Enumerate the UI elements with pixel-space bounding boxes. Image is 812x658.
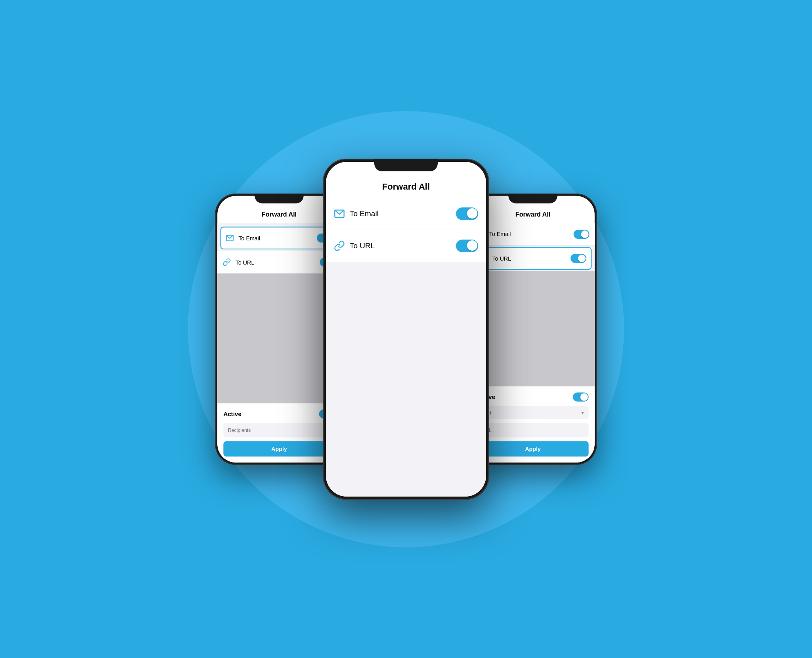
left-recipients-input[interactable] — [223, 423, 335, 437]
right-url-toggle[interactable] — [571, 254, 586, 263]
center-url-label: To URL — [350, 242, 375, 250]
phones-container: Forward All To Email — [212, 159, 600, 500]
center-url-toggle[interactable] — [456, 240, 478, 252]
right-email-label: To Email — [489, 231, 511, 237]
center-phone-title: Forward All — [326, 178, 486, 198]
right-email-toggle[interactable] — [574, 229, 590, 238]
right-phone-screen: Forward All To Email — [471, 196, 595, 462]
center-phone-screen: Forward All To Email — [326, 162, 486, 497]
right-gray-area — [471, 271, 595, 386]
center-email-icon — [334, 208, 345, 219]
right-method-dropdown-wrapper: GET POST PUT DELETE ▼ — [477, 406, 588, 419]
right-url-item[interactable]: To URL — [474, 247, 592, 269]
center-email-item[interactable]: To Email — [326, 198, 486, 230]
center-phone-content: Forward All To Email — [326, 162, 486, 497]
right-active-toggle[interactable] — [573, 392, 589, 401]
left-active-label: Active — [223, 411, 241, 417]
center-email-toggle[interactable] — [456, 207, 478, 220]
right-url-input[interactable] — [477, 423, 588, 437]
right-method-select[interactable]: GET POST PUT DELETE — [477, 406, 588, 419]
right-phone-notch — [508, 194, 557, 203]
right-email-item[interactable]: To Email — [471, 223, 595, 246]
left-email-item[interactable]: To Email — [220, 226, 338, 249]
center-phone: Forward All To Email — [323, 159, 489, 500]
right-bottom-panel: Active GET POST PUT DELETE ▼ — [471, 386, 595, 462]
left-email-label: To Email — [238, 235, 260, 241]
center-url-item[interactable]: To URL — [326, 230, 486, 262]
center-phone-notch — [374, 159, 438, 171]
right-phone-title: Forward All — [471, 208, 595, 223]
right-active-row: Active — [477, 392, 588, 401]
right-apply-button[interactable]: Apply — [477, 441, 588, 457]
center-link-icon — [334, 240, 345, 251]
chevron-down-icon: ▼ — [580, 410, 585, 415]
right-phone-content: Forward All To Email — [471, 196, 595, 462]
right-url-label: To URL — [492, 255, 511, 261]
center-list-area: To Email To — [326, 198, 486, 497]
left-apply-button[interactable]: Apply — [223, 441, 335, 457]
left-url-label: To URL — [236, 259, 255, 265]
center-email-label: To Email — [350, 209, 379, 218]
left-phone-notch — [255, 194, 304, 203]
link-icon — [223, 258, 231, 266]
email-icon — [226, 234, 234, 242]
right-list-area: To Email To — [471, 223, 595, 271]
left-active-row: Active — [223, 409, 335, 418]
